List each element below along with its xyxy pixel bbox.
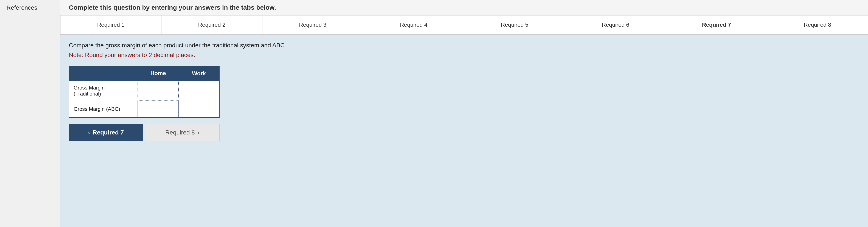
gross-margin-table: Home Work Gross Margin (Traditional) Gro… xyxy=(69,66,220,118)
table-header-empty xyxy=(69,66,138,81)
next-button[interactable]: Required 8 › xyxy=(145,124,220,141)
tab-required-7[interactable]: Required 7 xyxy=(666,15,767,34)
header-title: Complete this question by entering your … xyxy=(69,4,276,11)
input-abc-work[interactable] xyxy=(183,105,215,114)
tab-required-1[interactable]: Required 1 xyxy=(60,15,161,34)
next-button-label: Required 8 xyxy=(165,129,195,136)
prev-arrow-icon: ‹ xyxy=(88,129,90,136)
main-content: Complete this question by entering your … xyxy=(60,0,868,227)
tabs-container: Required 1 Required 2 Required 3 Require… xyxy=(60,15,868,35)
next-arrow-icon: › xyxy=(197,129,199,136)
input-abc-home[interactable] xyxy=(142,105,174,114)
tab-required-4[interactable]: Required 4 xyxy=(363,15,464,34)
prev-button-label: Required 7 xyxy=(93,129,124,136)
header-bar: Complete this question by entering your … xyxy=(60,0,868,15)
tab-required-5[interactable]: Required 5 xyxy=(464,15,565,34)
tab-required-6[interactable]: Required 6 xyxy=(565,15,666,34)
prev-button[interactable]: ‹ Required 7 xyxy=(69,124,143,141)
table-row-abc: Gross Margin (ABC) xyxy=(69,101,219,118)
sidebar-references-label: References xyxy=(6,4,37,11)
table-label-abc: Gross Margin (ABC) xyxy=(69,101,138,118)
instruction-main: Compare the gross margin of each product… xyxy=(69,41,859,50)
table-cell-abc-work[interactable] xyxy=(179,101,219,118)
table-cell-traditional-work[interactable] xyxy=(179,81,219,101)
tab-required-2[interactable]: Required 2 xyxy=(161,15,262,34)
tab-required-3[interactable]: Required 3 xyxy=(262,15,363,34)
content-area: Compare the gross margin of each product… xyxy=(60,35,868,227)
sidebar: References xyxy=(0,0,60,227)
table-header-work: Work xyxy=(179,66,219,81)
table-row-traditional: Gross Margin (Traditional) xyxy=(69,81,219,101)
table-cell-abc-home[interactable] xyxy=(138,101,179,118)
navigation-buttons: ‹ Required 7 Required 8 › xyxy=(69,124,220,141)
input-traditional-work[interactable] xyxy=(183,87,215,95)
table-header-home: Home xyxy=(138,66,179,81)
tab-required-8[interactable]: Required 8 xyxy=(767,15,868,34)
input-traditional-home[interactable] xyxy=(142,87,174,95)
table-label-traditional: Gross Margin (Traditional) xyxy=(69,81,138,101)
table-cell-traditional-home[interactable] xyxy=(138,81,179,101)
instruction-note: Note: Round your answers to 2 decimal pl… xyxy=(69,51,859,59)
